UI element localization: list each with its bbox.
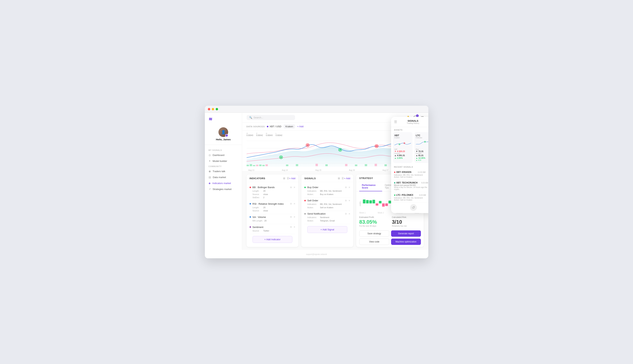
maximize-button[interactable] bbox=[216, 108, 218, 110]
svg-point-10 bbox=[307, 144, 308, 146]
signal-buy-order: Buy Order ⚙ ✕ Indicators:BB, RSI, Vol, S… bbox=[304, 184, 350, 198]
ohlc-close: C 0.00042 bbox=[256, 132, 263, 136]
indicator-bb-name: BB : Bollinger Bands bbox=[253, 186, 289, 189]
close-icon[interactable]: ✕ bbox=[294, 202, 295, 205]
grid-view-icon[interactable]: ⊞ bbox=[338, 177, 340, 180]
fp-menu-icon[interactable]: ☰ bbox=[394, 120, 397, 124]
sidebar-item-label: Dashboard bbox=[213, 154, 225, 156]
signal-notification-controls: ⚙ ✕ bbox=[345, 212, 350, 215]
settings-icon[interactable]: ⚙ bbox=[290, 216, 292, 218]
search-bar[interactable]: 🔍 Search... bbox=[247, 115, 295, 120]
fab-button[interactable]: ↺ bbox=[410, 204, 417, 211]
asset-xbt-current-value: ▲ 4 291.31 bbox=[394, 154, 411, 156]
asset-xbt-sell-label: Sell bbox=[394, 148, 411, 150]
indicators-add-button[interactable]: + Add bbox=[289, 177, 296, 180]
close-button[interactable] bbox=[208, 108, 210, 110]
svg-point-52 bbox=[399, 144, 400, 145]
fp-signal-ltc-poloniex[interactable]: LTC: POLONIEX 4:23 AM › Indicators: BB, … bbox=[391, 192, 428, 203]
signal-sell-controls: ⚙ ✕ bbox=[345, 199, 350, 202]
estimated-profit-sub: For the next 30 days bbox=[359, 225, 388, 227]
search-placeholder: Search... bbox=[254, 116, 263, 119]
strategy-buttons: Save strategy Generate report bbox=[356, 228, 424, 238]
sidebar-item-label: Indicators market bbox=[213, 182, 231, 184]
pair-chip[interactable]: XBT / USD bbox=[267, 125, 281, 128]
fp-signal-xbt-kraken[interactable]: XBT: KRAKEN 11:02 AM › Indicators: BB, R… bbox=[391, 169, 428, 180]
calculated-risk-label: Calculated Risk: bbox=[392, 216, 421, 218]
add-source-button[interactable]: + Add bbox=[297, 125, 304, 128]
indicators-panel-header: INDICATORS ⊞ ☰ + Add bbox=[247, 174, 299, 182]
close-icon[interactable]: ✕ bbox=[294, 186, 295, 189]
asset-ltc-buy-label: Buy bbox=[416, 148, 428, 150]
svg-rect-39 bbox=[382, 204, 385, 206]
sidebar-item-indicators-market[interactable]: ◈ Indicators market bbox=[205, 180, 242, 186]
close-icon[interactable]: ✕ bbox=[348, 199, 350, 202]
indicator-bb-dot bbox=[250, 187, 251, 188]
exchange-chip[interactable]: Kraken bbox=[284, 124, 295, 128]
indicator-sentiment: Sentiment ⚙ ✕ Source:Twitter bbox=[250, 224, 296, 234]
indicator-rsi-details: Length:20 Source:close bbox=[250, 206, 296, 212]
add-indicator-button[interactable]: + Add Indicator bbox=[253, 236, 293, 243]
strategies-market-icon: ↗ bbox=[209, 188, 211, 190]
svg-rect-35 bbox=[369, 200, 372, 204]
close-icon[interactable]: ✕ bbox=[348, 212, 350, 215]
list-view-icon[interactable]: ☰ bbox=[287, 177, 289, 180]
sidebar-item-strategies-market[interactable]: ↗ Strategies market bbox=[205, 186, 242, 192]
generate-report-button[interactable]: Generate report bbox=[391, 230, 421, 237]
tab-performance[interactable]: Performance Score bbox=[359, 182, 382, 191]
asset-card-xbt[interactable]: XBT Kraken Sell ▼ 4 320.23 Current ▲ 4 2… bbox=[393, 132, 412, 163]
sidebar-item-dashboard[interactable]: ◎ Dashboard bbox=[205, 152, 242, 158]
fp-sig-xbt-action: Action: Sell on Kraken bbox=[394, 176, 428, 178]
settings-icon[interactable]: ⚙ bbox=[290, 226, 292, 228]
floating-signals-panel: ☰ SIGNALS Trading History 🔔 4 ASSETS XBT… bbox=[391, 117, 428, 213]
asset-card-ltc[interactable]: LTC Poloniex Buy ▼ 72.31 Current ▲ 81.21… bbox=[414, 132, 428, 163]
machine-optimization-button[interactable]: Machine optimization bbox=[391, 238, 421, 245]
settings-icon[interactable]: ⚙ bbox=[345, 199, 347, 202]
indicator-vol-name: Vol : Volume bbox=[253, 216, 289, 218]
sidebar-item-model-builder[interactable]: ✦ Model builder bbox=[205, 158, 242, 164]
settings-icon[interactable]: ⚙ bbox=[290, 202, 292, 205]
sidebar-item-traders-talk[interactable]: ◉ Traders talk bbox=[205, 168, 242, 174]
asset-xbt-name: XBT bbox=[394, 134, 411, 137]
community-section: COMMUNITY bbox=[205, 164, 242, 168]
signals-list: Buy Order ⚙ ✕ Indicators:BB, RSI, Vol, S… bbox=[301, 182, 353, 247]
settings-icon[interactable]: ⚙ bbox=[290, 186, 292, 189]
sidebar-item-data-market[interactable]: ▤ Data market bbox=[205, 174, 242, 180]
minimize-button[interactable] bbox=[212, 108, 214, 110]
data-sources-label: DATA SOURCES bbox=[247, 126, 265, 128]
svg-rect-27 bbox=[374, 164, 377, 166]
asset-ltc-current-value: ▲ 81.21 bbox=[416, 154, 428, 156]
fp-sig-ltc-time: 4:23 AM bbox=[419, 194, 426, 196]
calculated-risk-value: 3/10 bbox=[392, 219, 421, 225]
signal-sell-details: Indicators:BB, RSI, Vol, Sentiment Actio… bbox=[304, 203, 350, 209]
signal-sell-row: Sell Order ⚙ ✕ bbox=[304, 199, 350, 202]
fp-signal-xbt-techcrunch[interactable]: XBT: TECHCRUNCH 9:25 AM › Bitcoin just p… bbox=[391, 180, 428, 192]
settings-icon[interactable]: ⚙ bbox=[345, 212, 347, 215]
signals-add-button[interactable]: + Add bbox=[344, 177, 350, 180]
fp-recent-signals-label: RECENT SIGNALS bbox=[391, 165, 428, 169]
add-signal-button[interactable]: + Add Signal bbox=[307, 226, 347, 233]
fp-sig-ltc-action: Action: Sell on Kraken bbox=[394, 199, 428, 201]
close-icon[interactable]: ✕ bbox=[348, 186, 350, 189]
fp-sig-xbt-time: 11:02 AM bbox=[418, 171, 425, 173]
fp-sig-tc-desc: Bitcoin just passed $4,000 bbox=[394, 184, 428, 186]
settings-icon[interactable]: ⚙ bbox=[345, 186, 347, 189]
signals-panel: SIGNALS ⊞ ☰ + Add Buy Order bbox=[301, 174, 353, 247]
fp-sig-tc-row1: XBT: TECHCRUNCH 9:25 AM › bbox=[394, 181, 428, 184]
grid-view-icon[interactable]: ⊞ bbox=[283, 177, 285, 180]
fp-sig-tc-sub: What a day for Bitcoin. 24 hours ago the… bbox=[394, 186, 428, 190]
signal-buy-controls: ⚙ ✕ bbox=[345, 186, 350, 189]
svg-rect-38 bbox=[379, 201, 382, 204]
indicator-bb-details: Length:20 Source:close StdDev:2 bbox=[250, 190, 296, 199]
view-code-button[interactable]: View code bbox=[359, 238, 389, 245]
close-icon[interactable]: ✕ bbox=[294, 216, 295, 218]
save-strategy-button[interactable]: Save strategy bbox=[359, 230, 389, 237]
svg-rect-40 bbox=[385, 204, 388, 206]
asset-xbt-chart bbox=[394, 140, 411, 147]
asset-ltc-change: ▲ 12.05% bbox=[416, 157, 428, 159]
svg-rect-21 bbox=[296, 164, 298, 166]
list-view-icon[interactable]: ☰ bbox=[342, 177, 344, 180]
estimated-profit: Estimated Profit: 83.05% For the next 30… bbox=[359, 216, 388, 227]
my-signals-section: MY SIGNALS bbox=[205, 148, 242, 152]
close-icon[interactable]: ✕ bbox=[294, 226, 295, 228]
fp-sig-ltc-row1: LTC: POLONIEX 4:23 AM › bbox=[394, 194, 428, 196]
